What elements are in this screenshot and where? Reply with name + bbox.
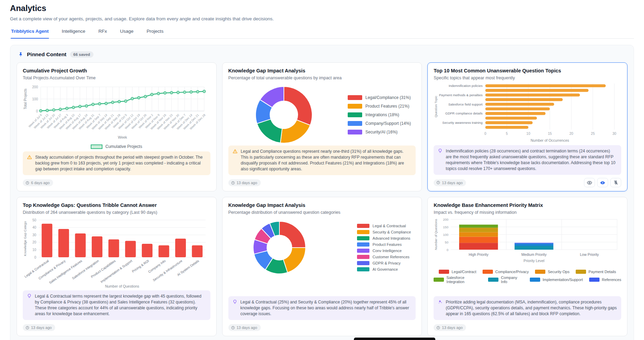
legend-swatch [439, 270, 449, 274]
insight-text: Legal & Contractual (25%) and Security &… [240, 299, 412, 317]
svg-text:Number of Questions: Number of Questions [105, 284, 139, 288]
insight-box: Prioritize adding legal documentation (M… [434, 296, 621, 320]
tab-projects[interactable]: Projects [146, 27, 164, 38]
svg-text:Security awareness training: Security awareness training [443, 121, 483, 124]
clock-icon [436, 181, 440, 184]
legend-label: Product Features (21%) [365, 104, 409, 109]
card-title: Cumulative Project Growth [23, 68, 210, 73]
analytics-page: Analytics Get a complete view of your ag… [0, 0, 644, 340]
svg-text:Number of Occurrences: Number of Occurrences [531, 138, 569, 142]
legend-item: Compliance/Privacy [483, 270, 529, 274]
svg-text:10: 10 [526, 132, 531, 136]
lightbulb-icon [232, 299, 237, 304]
card-top-knowledge-gaps-questions-tribble-cannot-answer-3[interactable]: Top Knowledge Gaps: Questions Tribble Ca… [17, 197, 217, 336]
timestamp-text: 6 days ago [31, 181, 50, 185]
legend-swatch [357, 261, 369, 265]
clock-icon [26, 326, 29, 330]
legend-row: Salesforce IntegrationCompany InfoImplem… [434, 276, 621, 284]
pin-icon [18, 52, 23, 57]
pin-off-icon [613, 180, 618, 185]
card-subtitle: Percentage distribution of unanswered qu… [228, 210, 416, 215]
insight-box: Steady accumulation of projects througho… [23, 151, 210, 175]
donut-chart [253, 84, 315, 146]
card-knowledge-gap-impact-analysis-1[interactable]: Knowledge Gap Impact AnalysisPercentage … [222, 62, 422, 191]
legend-swatch [91, 144, 102, 149]
legend-swatch [348, 104, 362, 109]
legend-label: Integrations (18%) [365, 112, 399, 117]
legend-item: GDPR & Privacy [357, 261, 411, 265]
svg-text:20: 20 [569, 132, 574, 136]
timestamp-badge: 13 days ago [23, 324, 55, 331]
card-footer: 6 days ago [23, 178, 210, 187]
legend-item: Legal/Compliance (31%) [348, 95, 411, 100]
insight-text: Indemnification policies (28 occurrences… [446, 148, 617, 172]
insight-box: Legal & Contractual (25%) and Security &… [228, 296, 416, 320]
svg-text:Week: Week [118, 135, 127, 139]
svg-text:Security & Infrastructure: Security & Infrastructure [152, 259, 183, 282]
legend-swatch [348, 112, 362, 117]
card-cumulative-project-growth-0[interactable]: Cumulative Project GrowthTotal Projects … [17, 62, 217, 191]
svg-text:15: 15 [548, 132, 552, 136]
svg-text:25: 25 [591, 132, 595, 136]
tab-usage[interactable]: Usage [120, 27, 134, 38]
highlight-button[interactable] [597, 178, 608, 187]
tab-rfx[interactable]: RFx [98, 27, 107, 38]
legend-swatch [357, 236, 369, 240]
panel-footer: View all [17, 336, 627, 340]
tab-tribblytics-agent[interactable]: Tribblytics Agent [11, 27, 49, 38]
legend-item: References [589, 276, 621, 284]
pinned-content-header: Pinned Content 66 saved [18, 51, 627, 58]
tab-intelligence[interactable]: Intelligence [61, 27, 86, 38]
donut-chart [250, 219, 308, 277]
card-knowledge-gap-impact-analysis-4[interactable]: Knowledge Gap Impact AnalysisPercentage … [222, 197, 422, 336]
unpin-button[interactable] [610, 178, 621, 187]
card-title: Top 10 Most Common Unanswerable Question… [434, 68, 621, 73]
legend-swatch [434, 278, 444, 282]
svg-text:High Priority: High Priority [469, 252, 489, 257]
legend-swatch [357, 255, 369, 259]
card-top-10-most-common-unanswerable-question-topics-2[interactable]: Top 10 Most Common Unanswerable Question… [427, 62, 627, 191]
legend-item: Legal & Contractual [357, 224, 411, 228]
svg-text:30: 30 [613, 132, 617, 136]
svg-text:Medium Priority: Medium Priority [522, 252, 547, 257]
svg-text:Sales Intelligence Features: Sales Intelligence Features [48, 259, 83, 285]
timestamp-badge: 13 days ago [228, 324, 261, 331]
stacked-bar-chart: 050100150200High PriorityMedium Priority… [434, 217, 620, 267]
svg-text:5: 5 [506, 132, 508, 136]
view-button[interactable] [584, 178, 595, 187]
bar-chart: 01020304050Legal & ContractualCompliance… [23, 217, 209, 289]
insight-box: Indemnification policies (28 occurrences… [434, 145, 621, 175]
svg-text:Indemnification policies: Indemnification policies [449, 84, 483, 88]
legend-swatch [357, 242, 369, 247]
legend-label: Customer References [373, 255, 409, 259]
legend-item: Security & Compliance [357, 230, 411, 234]
legend-swatch [483, 270, 493, 274]
pinned-content-title: Pinned Content [27, 51, 67, 58]
clock-icon [436, 326, 440, 330]
chart-legend: Cumulative Projects [23, 143, 210, 150]
cards-grid: Cumulative Project GrowthTotal Projects … [17, 62, 627, 336]
svg-text:30: 30 [32, 233, 37, 237]
legend-label: Security Ops [548, 270, 569, 274]
card-footer: 13 days ago [434, 323, 621, 332]
legend-label: Salesforce Integration [446, 276, 482, 284]
legend-row: Legal/ContractCompliance/PrivacySecurity… [439, 270, 616, 274]
svg-text:0: 0 [34, 256, 36, 259]
card-title: Knowledge Gap Impact Analysis [228, 68, 416, 73]
chart-legend: Legal & ContractualSecurity & Compliance… [357, 224, 411, 271]
svg-text:50: 50 [32, 218, 37, 222]
svg-text:Priority Level: Priority Level [524, 259, 545, 263]
legend-item: Advanced Integrations [357, 236, 411, 240]
card-title: Knowledge Base Enhancement Priority Matr… [434, 202, 621, 208]
legend-swatch [357, 267, 369, 271]
svg-text:Low Priority: Low Priority [580, 252, 600, 257]
legend-item: Company Info [488, 276, 524, 284]
svg-text:50: 50 [445, 240, 449, 244]
legend-label: Compliance/Privacy [495, 270, 529, 274]
card-subtitle: Distribution of 264 unanswerable questio… [23, 210, 210, 215]
legend-swatch [589, 278, 600, 282]
legend-label: References [602, 278, 621, 282]
legend-swatch [348, 130, 362, 134]
card-knowledge-base-enhancement-priority-matrix-5[interactable]: Knowledge Base Enhancement Priority Matr… [427, 197, 627, 336]
card-chart: 050100150200High PriorityMedium Priority… [434, 217, 621, 284]
